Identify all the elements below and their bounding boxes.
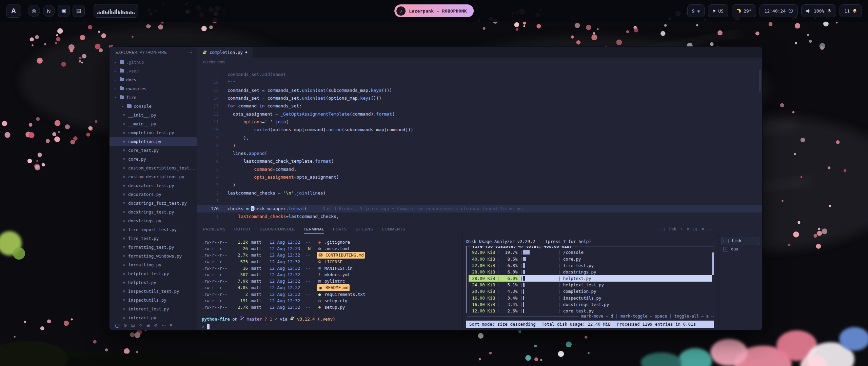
shell-input-line[interactable]: › bbox=[202, 323, 462, 330]
code-editor[interactable]: 17commands_set.add(name)16"""15commands_… bbox=[197, 66, 762, 224]
dua-row-inspectutils-py[interactable]: 16.00 KiB | 3.4% || inspectutils.py bbox=[469, 295, 712, 301]
more-actions-icon[interactable]: ⋯ bbox=[708, 227, 713, 231]
code-text: ) bbox=[228, 182, 235, 187]
search-icon[interactable]: ⊙ bbox=[123, 323, 127, 328]
dua-row-fire-test-py[interactable]: 32.00 KiB | 6.8% || fire_test.py bbox=[469, 262, 712, 269]
menu-icon[interactable]: ≡ bbox=[170, 323, 172, 328]
dua-row-helptext-py[interactable]: 28.00 KiB | 6.0% || helptext.py bbox=[469, 275, 712, 282]
tree-item-decorators-py[interactable]: ⊕decorators.py bbox=[110, 190, 197, 199]
dua-row-docstrings-test-py[interactable]: 16.00 KiB | 3.4% || docstrings_test.py bbox=[469, 301, 712, 308]
browser-icon[interactable]: ◎ bbox=[28, 5, 40, 17]
terminal-box-icon[interactable]: ▢ bbox=[662, 227, 666, 231]
tree-item-docs[interactable]: ▸docs bbox=[110, 75, 197, 84]
editor-scrollbar[interactable] bbox=[759, 70, 761, 92]
tree-item-completion-test-py[interactable]: ⊕completion_test.py bbox=[110, 128, 197, 137]
extensions-icon[interactable]: ⊞ bbox=[146, 323, 150, 328]
explorer-more-icon[interactable]: ⋯ bbox=[189, 50, 193, 55]
line-number: 11 bbox=[197, 119, 219, 124]
tree-item-inspectutils-py[interactable]: ⊕inspectutils.py bbox=[110, 296, 197, 304]
tree-item-fire-import-test-py[interactable]: ⊕fire_import_test.py bbox=[110, 225, 197, 234]
clock-widget[interactable]: 12:40:24 bbox=[760, 4, 798, 17]
explorer-icon[interactable]: ▤ bbox=[131, 323, 135, 328]
terminal-app-icon[interactable]: ▣ bbox=[58, 5, 70, 17]
dua-row-core-test-py[interactable]: 12.00 KiB | 2.6% || core_test.py bbox=[469, 308, 712, 313]
tree-item-examples[interactable]: ▸examples bbox=[110, 84, 197, 93]
dua-file-name: inspectutils.py bbox=[563, 295, 601, 301]
tree-item-custom-descriptions-test-[interactable]: ⊕custom_descriptions_test... bbox=[110, 163, 197, 172]
dua-file-name: helptext.py bbox=[563, 275, 591, 282]
tree-item-completion-py[interactable]: ⊕completion.py bbox=[110, 137, 197, 146]
tree-item-helptext-test-py[interactable]: ⊕helptext_test.py bbox=[110, 269, 197, 278]
n-app-icon[interactable]: N bbox=[43, 5, 55, 17]
new-terminal-icon[interactable]: + bbox=[680, 227, 683, 231]
tree-item-core-test-py[interactable]: ⊕core_test.py bbox=[110, 146, 197, 155]
panel-tab-terminal[interactable]: TERMINAL bbox=[304, 227, 324, 233]
tree-item-helptext-py[interactable]: ⊕helptext.py bbox=[110, 278, 197, 287]
kill-terminal-icon[interactable]: ✕ bbox=[701, 227, 705, 231]
split-terminal-icon[interactable]: ◫ bbox=[693, 227, 697, 231]
dua-file-list[interactable]: fire (38 visible, 47 total, 468.00 KiB) … bbox=[466, 246, 714, 313]
disk-usage-pane[interactable]: Disk Usage Analyzer v2.29.2 (press ? for… bbox=[462, 234, 718, 330]
dua-row-core-py[interactable]: 40.00 KiB | 8.5% || core.py bbox=[469, 256, 712, 262]
weather-widget[interactable]: 29° bbox=[732, 4, 756, 17]
dua-row-completion-py[interactable]: 20.00 KiB | 4.3% || completion.py bbox=[469, 288, 712, 294]
terminal-tab-label: fish bbox=[731, 239, 741, 243]
code-line: 12 opts_assignment = _GetOptsAssignmentT… bbox=[197, 110, 762, 118]
dua-scrollbar[interactable] bbox=[712, 252, 714, 275]
tree-item--init-py[interactable]: ⊕__init__.py bbox=[110, 110, 197, 119]
tree-item-custom-descriptions-py[interactable]: ⊕custom_descriptions.py bbox=[110, 172, 197, 181]
tree-item-decorators-test-py[interactable]: ⊕decorators_test.py bbox=[110, 181, 197, 190]
media-player-widget[interactable]: ♪ Lazerpunk - ROBOPHONK bbox=[394, 4, 474, 17]
tree-item-core-py[interactable]: ⊕core.py bbox=[110, 155, 197, 163]
panel-tab-problems[interactable]: PROBLEMS bbox=[203, 227, 225, 231]
more-icon[interactable]: ⋯ bbox=[162, 323, 166, 328]
launcher-button[interactable]: A bbox=[6, 4, 21, 18]
volume-widget[interactable]: 100% bbox=[801, 4, 836, 17]
terminal-tab-dua[interactable]: ›dua bbox=[721, 245, 760, 253]
panel-tab-gitlens[interactable]: GITLENS bbox=[356, 227, 373, 231]
tree-item--github[interactable]: ▸.github bbox=[110, 58, 197, 66]
tree-item-interact-py[interactable]: ⊕interact.py bbox=[110, 313, 197, 321]
remote-window-icon[interactable]: ◯ bbox=[115, 323, 119, 328]
dua-row-helptext-test-py[interactable]: 24.00 KiB | 5.1% || helptext_test.py bbox=[469, 282, 712, 288]
terminal-pane[interactable]: .rw-r--r--1.2kmatt12 Aug 12:32--◆.gitign… bbox=[197, 234, 462, 330]
dua-row-docstrings-py[interactable]: 28.00 KiB | 6.0% || docstrings.py bbox=[469, 269, 712, 275]
tree-item-fire-test-py[interactable]: ⊕fire_test.py bbox=[110, 234, 197, 243]
sync-icon[interactable]: ↻ bbox=[139, 323, 142, 328]
tree-item--main-py[interactable]: ⊕__main__.py bbox=[110, 119, 197, 128]
tree-item-fire[interactable]: ▾fire bbox=[110, 93, 197, 102]
terminal-tab-fish[interactable]: ›fish bbox=[721, 237, 760, 245]
panel-tab-output[interactable]: OUTPUT bbox=[234, 227, 251, 231]
file-tree: ▸.github▸.venv▸docs▸examples▾fire▸consol… bbox=[110, 58, 197, 321]
tree-item-formatting-test-py[interactable]: ⊕formatting_test.py bbox=[110, 243, 197, 251]
panel-tab-debug-console[interactable]: DEBUG CONSOLE bbox=[260, 227, 295, 231]
file-name: requirements.txt bbox=[324, 291, 365, 298]
files-app-icon[interactable]: ▤ bbox=[73, 5, 85, 17]
tree-item--venv[interactable]: ▸.venv bbox=[110, 66, 197, 75]
panel-tab-comments[interactable]: COMMENTS bbox=[382, 227, 405, 231]
python-file-icon: ⊕ bbox=[122, 289, 126, 293]
notifications-widget[interactable]: 11 bbox=[840, 4, 862, 17]
breadcrumb[interactable]: no elements bbox=[197, 58, 762, 66]
tree-item-inspectutils-test-py[interactable]: ⊕inspectutils_test.py bbox=[110, 287, 197, 296]
keyboard-layout-widget[interactable]: ⚑ US bbox=[708, 4, 728, 17]
tree-item-interact-test-py[interactable]: ⊕interact_test.py bbox=[110, 304, 197, 313]
tree-item-formatting-windows-py[interactable]: ⊕formatting_windows.py bbox=[110, 251, 197, 260]
file-type-icon: ⊕ bbox=[317, 304, 322, 310]
tree-item-console[interactable]: ▸console bbox=[110, 102, 197, 110]
clock-icon bbox=[788, 8, 793, 13]
tree-item-docstrings-test-py[interactable]: ⊕docstrings_test.py bbox=[110, 207, 197, 216]
file-label: docstrings_test.py bbox=[128, 209, 174, 215]
updates-widget[interactable]: 9 ✱ bbox=[687, 4, 705, 17]
settings-gear-icon[interactable]: ⚙ bbox=[154, 323, 158, 328]
panel-tab-ports[interactable]: PORTS bbox=[333, 227, 347, 231]
dua-row--console[interactable]: 92.00 KiB | 19.7% || /console bbox=[469, 249, 712, 256]
python-file-icon: ⊕ bbox=[122, 175, 126, 179]
tab-completion-py[interactable]: completion.py ● bbox=[197, 47, 253, 58]
tree-item-docstrings-fuzz-test-py[interactable]: ⊕docstrings_fuzz_test.py bbox=[110, 199, 197, 207]
file-label: examples bbox=[126, 86, 146, 91]
tree-item-docstrings-py[interactable]: ⊕docstrings.py bbox=[110, 216, 197, 225]
dropdown-icon[interactable]: ∨ bbox=[686, 227, 689, 231]
tree-item-formatting-py[interactable]: ⊕formatting.py bbox=[110, 260, 197, 269]
code-text: options=' '.join( bbox=[228, 119, 289, 124]
